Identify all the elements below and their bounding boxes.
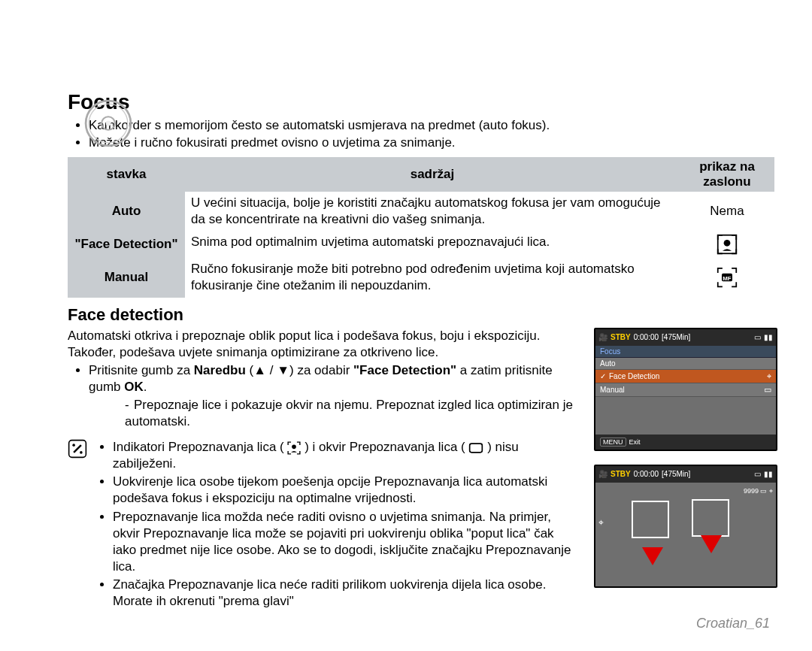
row-content: U većini situacija, bolje je koristiti z… bbox=[185, 192, 680, 231]
row-content: Ručno fokusiranje može biti potrebno pod… bbox=[185, 258, 680, 297]
menu-item-auto[interactable]: Auto bbox=[595, 358, 776, 370]
menu-item-face-detection[interactable]: ✓ Face Detection ⌖ bbox=[595, 370, 776, 383]
card-icon: ▭ bbox=[754, 470, 761, 478]
camcorder-icon: 🎥 bbox=[598, 470, 607, 478]
notes-list: Indikatori Prepoznavanja lica ( ) i okvi… bbox=[96, 439, 579, 610]
face-detection-icon: ⌖ bbox=[767, 371, 771, 381]
face-frame-icon bbox=[692, 499, 729, 537]
lcd-screens: 🎥 STBY 0:00:00 [475Min] ▭ ▮▮ Focus Auto … bbox=[594, 328, 774, 588]
svg-rect-12 bbox=[470, 444, 483, 453]
stby-label: STBY bbox=[611, 470, 631, 478]
menu-item-manual[interactable]: Manual ▭ bbox=[595, 383, 776, 397]
lcd-live-screen: 🎥 STBY 0:00:00 [475Min] ▭ ▮▮ 9999 ▭ ⌖ ⌖ bbox=[594, 465, 777, 588]
menu-label: MENU bbox=[600, 438, 626, 447]
camcorder-icon: 🎥 bbox=[598, 333, 607, 341]
exit-label: Exit bbox=[629, 438, 641, 446]
face-detection-body: Automatski otkriva i prepoznaje oblik po… bbox=[68, 328, 579, 612]
time-label: 0:00:00 bbox=[634, 333, 659, 341]
fd-step: Pritisnite gumb za Naredbu (▲ / ▼) za od… bbox=[89, 362, 579, 430]
remain-label: [475Min] bbox=[662, 470, 690, 478]
card-icon: ▭ bbox=[754, 333, 761, 341]
row-item-manual: Manual bbox=[68, 258, 185, 297]
red-arrow-icon bbox=[642, 547, 663, 565]
note-item: Prepoznavanje lica možda neće raditi ovi… bbox=[113, 509, 579, 575]
intro-item: Kamkorder s memorijom često se automatsk… bbox=[89, 117, 774, 134]
menu-header: Focus bbox=[595, 346, 776, 358]
th-display: prikaz na zaslonu bbox=[680, 157, 774, 192]
note-item: Indikatori Prepoznavanja lica ( ) i okvi… bbox=[113, 439, 579, 472]
note-item: Značajka Prepoznavanje lica neće raditi … bbox=[113, 577, 579, 610]
remain-label: [475Min] bbox=[662, 333, 690, 341]
manual-focus-icon: ▭ bbox=[764, 385, 771, 395]
face-frame-icon bbox=[468, 442, 483, 454]
manual-focus-icon: MF bbox=[680, 258, 774, 297]
intro-list: Kamkorder s memorijom često se automatsk… bbox=[68, 117, 774, 151]
svg-point-10 bbox=[80, 451, 83, 454]
stby-label: STBY bbox=[611, 333, 631, 341]
battery-icon: ▮▮ bbox=[764, 470, 773, 478]
fd-sub: Prepoznaje lice i pokazuje okvir na njem… bbox=[125, 398, 573, 428]
lcd-menu-screen: 🎥 STBY 0:00:00 [475Min] ▭ ▮▮ Focus Auto … bbox=[594, 328, 777, 451]
manual-page: Focus Kamkorder s memorijom često se aut… bbox=[0, 0, 812, 651]
page-footer: Croatian_61 bbox=[696, 616, 770, 631]
svg-text:MF: MF bbox=[723, 275, 732, 282]
battery-icon: ▮▮ bbox=[764, 333, 773, 341]
section-title: Focus bbox=[68, 90, 774, 114]
th-content: sadržaj bbox=[185, 157, 680, 192]
note-icon bbox=[68, 439, 89, 463]
check-icon: ✓ bbox=[600, 372, 606, 380]
row-content: Snima pod optimalnim uvjetima automatski… bbox=[185, 231, 680, 258]
shot-count: 9999 ▭ ⌖ bbox=[744, 487, 773, 496]
face-detection-icon: ⌖ bbox=[598, 517, 604, 528]
time-label: 0:00:00 bbox=[634, 470, 659, 478]
row-item-auto: Auto bbox=[68, 192, 185, 231]
row-icon-none: Nema bbox=[680, 192, 774, 231]
th-item: stavka bbox=[68, 157, 185, 192]
red-arrow-icon bbox=[701, 535, 722, 553]
face-frame-icon bbox=[632, 501, 669, 538]
row-item-face: "Face Detection" bbox=[68, 231, 185, 258]
svg-point-11 bbox=[292, 444, 297, 449]
fd-intro: Automatski otkriva i prepoznaje oblik po… bbox=[68, 328, 579, 361]
svg-point-9 bbox=[72, 444, 75, 447]
face-detection-icon bbox=[680, 231, 774, 258]
intro-item: Možete i ručno fokusirati predmet ovisno… bbox=[89, 135, 774, 151]
focus-options-table: stavka sadržaj prikaz na zaslonu Auto U … bbox=[68, 157, 774, 297]
note-item: Uokvirenje lica osobe tijekom poešenja o… bbox=[113, 474, 579, 507]
svg-point-5 bbox=[724, 240, 731, 247]
face-detection-heading: Face detection bbox=[68, 305, 774, 325]
face-detection-icon bbox=[287, 441, 301, 455]
